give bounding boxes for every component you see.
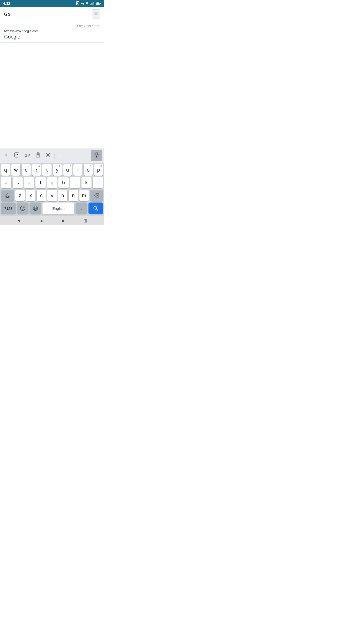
toolbar-separator [55, 153, 55, 159]
key-v[interactable]: v [47, 190, 57, 201]
key-m[interactable]: m [79, 190, 89, 201]
key-w[interactable]: 2w [11, 164, 20, 176]
suggestion-date: 04.02.2023 16:31 [4, 24, 100, 28]
svg-rect-5 [94, 2, 94, 5]
status-bar: 4:32 ▾▾ [0, 0, 104, 7]
key-p[interactable]: 0p [94, 164, 103, 176]
clipboard-button[interactable] [33, 151, 42, 160]
key-n[interactable]: n [69, 190, 78, 201]
signal-icon [90, 2, 95, 6]
key-k[interactable]: k [81, 177, 92, 188]
battery-icon [96, 2, 101, 6]
svg-rect-7 [100, 3, 101, 4]
key-g[interactable]: g [47, 177, 57, 188]
key-search[interactable] [88, 203, 103, 214]
svg-point-27 [23, 208, 24, 208]
key-q[interactable]: 1q [1, 164, 10, 176]
key-emoji[interactable] [17, 203, 28, 214]
key-h[interactable]: h [58, 177, 69, 188]
key-i[interactable]: 8i [73, 164, 82, 176]
key-o[interactable]: 9o [84, 164, 93, 176]
nav-recents-button[interactable]: ■ [62, 218, 65, 224]
key-e[interactable]: 3e [22, 164, 31, 176]
suggestion-item[interactable]: 04.02.2023 16:31 https://www.google.com/… [0, 22, 104, 42]
key-shift[interactable] [1, 190, 14, 201]
key-u[interactable]: 7u [63, 164, 72, 176]
suggestion-area: 04.02.2023 16:31 https://www.google.com/… [0, 22, 104, 43]
nav-back-button[interactable]: ▼ [17, 218, 21, 224]
key-t[interactable]: 5t [42, 164, 51, 176]
letter-o2: ogle [11, 34, 20, 39]
clear-button[interactable] [92, 10, 100, 19]
keyboard-back-button[interactable] [2, 151, 11, 160]
key-l[interactable]: l [93, 177, 103, 188]
keyboard-keys: 1q 2w 3e 4r 5t 6y 7u 8i 9o 0p a s d f g … [0, 163, 104, 216]
nav-keyboard-button[interactable]: ⊞ [83, 218, 87, 224]
nav-bar: ▼ ● ■ ⊞ [0, 216, 104, 225]
svg-rect-20 [96, 152, 97, 155]
svg-point-13 [17, 154, 18, 155]
mic-button[interactable] [91, 150, 102, 161]
svg-rect-2 [90, 4, 91, 5]
key-z[interactable]: z [15, 190, 25, 201]
status-icons: ▾▾ [76, 1, 101, 6]
svg-line-34 [97, 209, 98, 211]
svg-rect-1 [77, 3, 78, 4]
letter-o1: o [8, 34, 11, 39]
key-row-2: a s d f g h j k l [1, 177, 103, 188]
key-j[interactable]: j [70, 177, 80, 188]
key-row-1: 1q 2w 3e 4r 5t 6y 7u 8i 9o 0p [1, 164, 103, 176]
key-period[interactable]: . [76, 203, 87, 214]
search-bar [0, 7, 104, 22]
key-r[interactable]: 4r [32, 164, 41, 176]
status-time: 4:32 [3, 2, 10, 6]
svg-rect-8 [97, 2, 100, 4]
key-d[interactable]: d [24, 177, 34, 188]
key-y[interactable]: 6y [53, 164, 62, 176]
svg-point-12 [16, 154, 17, 155]
key-row-3: z x c v b n m [1, 190, 103, 201]
key-num123[interactable]: ?123 [1, 203, 16, 214]
svg-rect-3 [92, 3, 92, 5]
svg-rect-11 [15, 153, 19, 157]
key-backspace[interactable] [90, 190, 103, 201]
keyboard: GIF ··· [0, 148, 104, 225]
svg-point-19 [47, 154, 49, 156]
main-content: 04.02.2023 16:31 https://www.google.com/… [0, 7, 104, 225]
key-b[interactable]: b [58, 190, 67, 201]
key-c[interactable]: c [37, 190, 46, 201]
search-input[interactable] [4, 12, 92, 17]
svg-rect-15 [37, 152, 39, 153]
svg-point-26 [22, 208, 22, 208]
key-a[interactable]: a [1, 177, 11, 188]
suggestion-title: Google [4, 34, 100, 40]
key-s[interactable]: s [13, 177, 23, 188]
key-f[interactable]: f [35, 177, 46, 188]
key-row-4: ?123 [1, 203, 103, 214]
key-space[interactable]: English [42, 203, 74, 214]
letter-G: G [4, 34, 8, 39]
sim-icon [76, 1, 80, 6]
key-globe[interactable] [30, 203, 41, 214]
wifi-icon: ▾▾ [81, 2, 89, 6]
suggestion-url: https://www.google.com/ [4, 29, 100, 33]
gif-button[interactable]: GIF [23, 152, 32, 159]
key-x[interactable]: x [26, 190, 35, 201]
svg-rect-4 [93, 3, 93, 5]
settings-button[interactable] [43, 151, 53, 160]
url-highlight: go [22, 29, 25, 33]
more-button[interactable]: ··· [57, 152, 65, 159]
svg-point-25 [20, 206, 25, 211]
sticker-button[interactable] [12, 151, 22, 160]
nav-home-button[interactable]: ● [40, 218, 43, 224]
keyboard-toolbar: GIF ··· [0, 148, 104, 163]
